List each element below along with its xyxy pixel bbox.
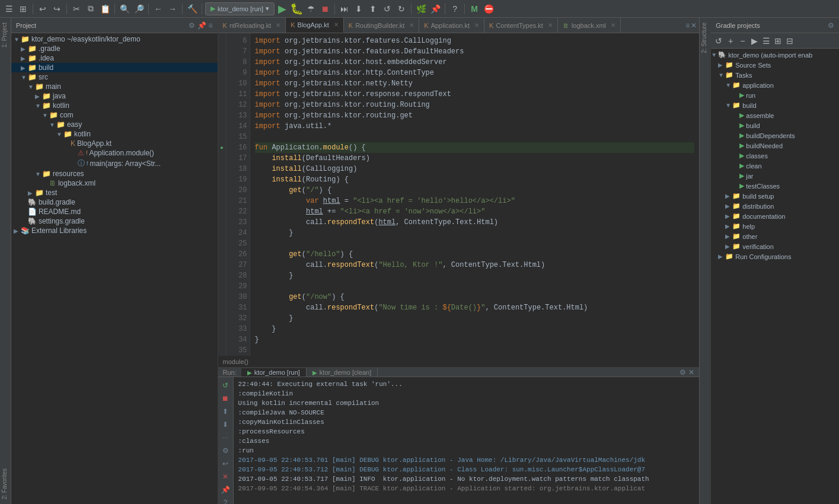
favorites-tab[interactable]: 2: Favorites bbox=[0, 464, 11, 504]
tree-item-gradle-folder[interactable]: ▶ 📁 .gradle bbox=[11, 44, 218, 53]
tab-contenttypes[interactable]: K ContentTypes.kt ✕ bbox=[484, 18, 558, 33]
step-over-btn[interactable]: ⏭ bbox=[338, 2, 351, 15]
menu-btn[interactable]: ☰ bbox=[2, 2, 15, 15]
vcs2-btn[interactable]: 📌 bbox=[429, 2, 442, 15]
gradle-other[interactable]: ▶ 📁 other bbox=[711, 231, 839, 241]
code-content[interactable]: import org.jetbrains.ktor.features.CallL… bbox=[250, 33, 700, 356]
tree-root[interactable]: ▼ 📁 ktor_demo ~/easykotlin/ktor_demo bbox=[11, 34, 218, 44]
vcs-btn[interactable]: 🌿 bbox=[414, 2, 428, 15]
gradle-tasks[interactable]: ▼ 📁 Tasks bbox=[711, 70, 839, 80]
gradle-source-sets[interactable]: ▶ 📁 Source Sets bbox=[711, 60, 839, 70]
run-tab2[interactable]: ▶ ktor_demo [clean] bbox=[307, 368, 378, 377]
tab-routing-close[interactable]: ✕ bbox=[409, 22, 414, 28]
gradle-assemble[interactable]: ▶ ▶ assemble bbox=[711, 110, 839, 120]
stop-btn[interactable]: ⏹ bbox=[219, 393, 231, 404]
tab-application-close[interactable]: ✕ bbox=[474, 22, 479, 28]
run-tab1[interactable]: ▶ ktor_demo [run] bbox=[241, 368, 307, 377]
tab-blogapp[interactable]: K BlogApp.kt ✕ bbox=[286, 18, 344, 33]
tree-item-java[interactable]: ▶ 📁 java bbox=[11, 91, 218, 101]
tab-routing[interactable]: K RoutingBuilder.kt ✕ bbox=[344, 18, 420, 33]
wrap-btn[interactable]: ↩ bbox=[219, 458, 231, 470]
gradle-expand-btn[interactable]: ⊞ bbox=[773, 36, 783, 46]
forward-btn[interactable]: → bbox=[166, 2, 179, 15]
tree-item-build[interactable]: ▶ 📁 build bbox=[11, 63, 218, 72]
tree-item-kotlin2[interactable]: ▼ 📁 kotlin bbox=[11, 129, 218, 139]
gradle-verification[interactable]: ▶ 📁 verification bbox=[711, 241, 839, 251]
tree-item-blogapp[interactable]: ▶ K BlogApp.kt bbox=[11, 139, 218, 148]
clear-btn[interactable]: ✕ bbox=[219, 471, 231, 483]
tree-item-extlibs[interactable]: ▶ 📚 External Libraries bbox=[11, 226, 218, 235]
run-btn[interactable]: ▶ bbox=[276, 2, 289, 15]
tree-item-mainargs[interactable]: ▶ ⓘ f main(args: Array<Str... bbox=[11, 158, 218, 169]
gradle-add-btn[interactable]: + bbox=[725, 36, 736, 46]
gradle-build-task[interactable]: ▶ ▶ build bbox=[711, 120, 839, 130]
tree-item-kotlin[interactable]: ▼ 📁 kotlin bbox=[11, 101, 218, 110]
tree-item-appmodule[interactable]: ▶ ⚠ f Application.module() bbox=[11, 148, 218, 158]
filter-btn[interactable]: ⚙ bbox=[219, 445, 231, 457]
gradle-run-task[interactable]: ▶ ▶ run bbox=[711, 90, 839, 100]
tab-application[interactable]: K Application.kt ✕ bbox=[419, 18, 484, 33]
gear-icon[interactable]: ⚙ bbox=[189, 21, 195, 30]
help-run-btn[interactable]: ? bbox=[219, 497, 231, 504]
dots-btn[interactable]: ⋯ bbox=[219, 432, 231, 444]
tab-reloading[interactable]: K ntReloading.kt ✕ bbox=[218, 18, 286, 33]
tab-close-all-btn[interactable]: ✕ bbox=[691, 21, 697, 30]
step-out-btn[interactable]: ⬆ bbox=[366, 2, 379, 15]
tab-contenttypes-close[interactable]: ✕ bbox=[548, 22, 553, 28]
gradle-run-configurations[interactable]: ▶ 📁 Run Configurations bbox=[711, 251, 839, 261]
paste-btn[interactable]: 📋 bbox=[98, 2, 111, 15]
code-editor[interactable]: ● 6 7 8 9 10 11 12 13 14 15 16 17 18 bbox=[218, 33, 700, 356]
gradle-toggle-btn[interactable]: ☰ bbox=[761, 36, 771, 46]
tree-item-settingsgradle[interactable]: ▶ 🐘 settings.gradle bbox=[11, 216, 218, 226]
undo-btn[interactable]: ↩ bbox=[36, 2, 49, 15]
project-tab[interactable]: 1: Project bbox=[0, 18, 11, 52]
gradle-help[interactable]: ▶ 📁 help bbox=[711, 221, 839, 231]
gradle-build-setup[interactable]: ▶ 📁 build setup bbox=[711, 191, 839, 201]
gradle-collapse-btn[interactable]: ⊟ bbox=[784, 36, 795, 46]
gradle-build-folder[interactable]: ▼ 📁 build bbox=[711, 100, 839, 110]
copy-btn[interactable]: ⧉ bbox=[84, 2, 97, 15]
debug-btn[interactable]: 🐛 bbox=[290, 2, 303, 15]
step-into-btn[interactable]: ⬇ bbox=[352, 2, 365, 15]
gradle-jar[interactable]: ▶ ▶ jar bbox=[711, 171, 839, 181]
tab-logback[interactable]: 🗎 logback.xml ✕ bbox=[558, 18, 621, 33]
gradle-remove-btn[interactable]: − bbox=[737, 36, 748, 46]
pin-icon[interactable]: 📌 bbox=[197, 21, 206, 30]
help-btn[interactable]: ? bbox=[448, 2, 461, 15]
tab-blogapp-close[interactable]: ✕ bbox=[334, 21, 339, 28]
tree-item-easy[interactable]: ▼ 📁 easy bbox=[11, 120, 218, 129]
stop-btn[interactable]: ⏹ bbox=[318, 2, 331, 15]
rerun-btn[interactable]: ↺ bbox=[219, 379, 231, 391]
gradle-settings-btn[interactable]: ⚙ bbox=[828, 21, 834, 30]
back-btn[interactable]: ← bbox=[152, 2, 165, 15]
tab-logback-close[interactable]: ✕ bbox=[611, 22, 615, 28]
cut-btn[interactable]: ✂ bbox=[70, 2, 83, 15]
tree-item-idea[interactable]: ▶ 📁 .idea bbox=[11, 53, 218, 63]
tree-item-com[interactable]: ▼ 📁 com bbox=[11, 110, 218, 120]
gradle-application[interactable]: ▼ 📁 application bbox=[711, 80, 839, 90]
gradle-distribution[interactable]: ▶ 📁 distribution bbox=[711, 201, 839, 211]
tree-item-logback[interactable]: ▶ 🗎 logback.xml bbox=[11, 178, 218, 188]
tree-item-buildgradle[interactable]: ▶ 🐘 build.gradle bbox=[11, 197, 218, 207]
gradle-run-tasks-btn[interactable]: ▶ bbox=[749, 36, 760, 46]
coverage-btn[interactable]: ☂ bbox=[304, 2, 317, 15]
gradle-builddependents[interactable]: ▶ ▶ buildDependents bbox=[711, 130, 839, 141]
m-btn[interactable]: M bbox=[468, 2, 481, 15]
pin-run-btn[interactable]: 📌 bbox=[219, 484, 231, 496]
scroll-up-btn[interactable]: ⬆ bbox=[219, 406, 231, 417]
run-tab-settings[interactable]: ⚙ ✕ bbox=[675, 368, 699, 377]
tab-list-btn[interactable]: ≡ bbox=[685, 21, 690, 30]
tree-item-readme[interactable]: ▶ 📄 README.md bbox=[11, 207, 218, 216]
gradle-refresh-btn[interactable]: ↺ bbox=[713, 36, 724, 46]
structure-tab[interactable]: 2: Structure bbox=[700, 18, 710, 58]
build-btn[interactable]: 🔨 bbox=[186, 2, 199, 15]
rerun-btn[interactable]: ↺ bbox=[381, 2, 394, 15]
find-btn[interactable]: 🔍 bbox=[118, 2, 131, 15]
gradle-root[interactable]: ▼ 🐘 ktor_demo (auto-import enab bbox=[711, 50, 839, 60]
run-configuration[interactable]: ▶ ktor_demo [run] ▾ bbox=[205, 2, 275, 15]
gradle-documentation[interactable]: ▶ 📁 documentation bbox=[711, 211, 839, 221]
tree-item-resources[interactable]: ▼ 📁 resources bbox=[11, 169, 218, 178]
tree-item-main[interactable]: ▼ 📁 main bbox=[11, 82, 218, 91]
scroll-down-btn[interactable]: ⬇ bbox=[219, 419, 231, 430]
gradle-testclasses[interactable]: ▶ ▶ testClasses bbox=[711, 181, 839, 191]
